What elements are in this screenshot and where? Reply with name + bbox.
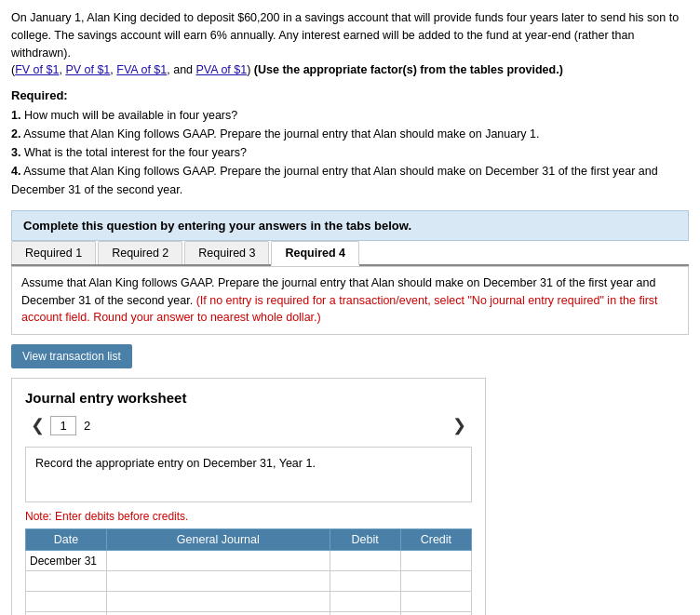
table-row xyxy=(26,571,472,592)
col-date: Date xyxy=(26,529,107,551)
row-4-credit[interactable] xyxy=(400,612,471,615)
total-pages: 2 xyxy=(84,419,90,433)
tabs-row: Required 1 Required 2 Required 3 Require… xyxy=(11,241,689,266)
req-item-3: 3. What is the total interest for the fo… xyxy=(11,143,689,162)
row-2-credit[interactable] xyxy=(400,571,471,592)
row-4-debit[interactable] xyxy=(330,612,400,615)
row-3-gj[interactable] xyxy=(107,592,330,612)
tab-required-4[interactable]: Required 4 xyxy=(271,241,359,266)
row-2-date xyxy=(26,571,107,592)
note-text: Note: Enter debits before credits. xyxy=(25,510,472,523)
req-item-4: 4. Assume that Alan King follows GAAP. P… xyxy=(11,162,689,199)
fv-link[interactable]: FV of $1 xyxy=(15,63,59,76)
req-item-1: 1. How much will be available in four ye… xyxy=(11,106,689,125)
pva-link[interactable]: PVA of $1 xyxy=(196,63,248,76)
tab-required-3[interactable]: Required 3 xyxy=(184,241,269,264)
table-row xyxy=(26,592,472,612)
table-row: December 31 xyxy=(26,551,472,571)
journal-worksheet: Journal entry worksheet ❮ 1 2 ❯ Record t… xyxy=(11,378,486,615)
row-3-credit-input[interactable] xyxy=(405,595,467,608)
row-1-credit-input[interactable] xyxy=(405,555,467,568)
fva-link[interactable]: FVA of $1 xyxy=(116,63,167,76)
row-1-credit[interactable] xyxy=(400,551,471,571)
row-3-credit[interactable] xyxy=(400,592,471,612)
record-instruction-box: Record the appropriate entry on December… xyxy=(25,447,472,502)
row-2-gj[interactable] xyxy=(107,571,330,592)
row-3-debit-input[interactable] xyxy=(334,595,397,608)
tab-required-1[interactable]: Required 1 xyxy=(11,241,96,264)
row-4-date xyxy=(26,612,107,615)
instruction-box: Assume that Alan King follows GAAP. Prep… xyxy=(11,266,689,335)
intro-paragraph: On January 1, Alan King decided to depos… xyxy=(11,9,689,79)
required-title: Required: xyxy=(11,88,68,102)
tab-required-2[interactable]: Required 2 xyxy=(98,241,182,264)
intro-text: On January 1, Alan King decided to depos… xyxy=(11,11,679,60)
row-3-date xyxy=(26,592,107,612)
row-2-gj-input[interactable] xyxy=(111,575,326,588)
row-2-debit[interactable] xyxy=(330,571,400,592)
req-item-2: 2. Assume that Alan King follows GAAP. P… xyxy=(11,125,689,143)
row-3-debit[interactable] xyxy=(330,592,400,612)
worksheet-nav: ❮ 1 2 ❯ xyxy=(25,415,472,435)
row-2-debit-input[interactable] xyxy=(334,575,397,588)
row-1-date: December 31 xyxy=(26,551,107,571)
current-page-number: 1 xyxy=(50,416,76,435)
row-1-debit-input[interactable] xyxy=(334,555,397,568)
row-1-debit[interactable] xyxy=(330,551,400,571)
required-section: Required: 1. How much will be available … xyxy=(11,87,689,199)
row-3-gj-input[interactable] xyxy=(111,595,326,608)
row-4-gj[interactable] xyxy=(107,612,330,615)
col-credit: Credit xyxy=(400,529,471,551)
row-1-gj[interactable] xyxy=(107,551,330,571)
prev-page-arrow[interactable]: ❮ xyxy=(25,415,50,435)
row-1-gj-input[interactable] xyxy=(111,555,326,568)
row-2-credit-input[interactable] xyxy=(405,575,467,588)
journal-table: Date General Journal Debit Credit Decemb… xyxy=(25,528,472,615)
record-text: Record the appropriate entry on December… xyxy=(35,457,316,470)
complete-box: Complete this question by entering your … xyxy=(11,210,689,241)
view-transaction-button[interactable]: View transaction list xyxy=(11,344,132,368)
table-row xyxy=(26,612,472,615)
bold-instruction: (Use the appropriate factor(s) from the … xyxy=(254,63,563,76)
next-page-arrow[interactable]: ❯ xyxy=(447,415,472,435)
col-general-journal: General Journal xyxy=(107,529,330,551)
pv-link[interactable]: PV of $1 xyxy=(65,63,110,76)
worksheet-title: Journal entry worksheet xyxy=(25,390,472,406)
col-debit: Debit xyxy=(330,529,400,551)
